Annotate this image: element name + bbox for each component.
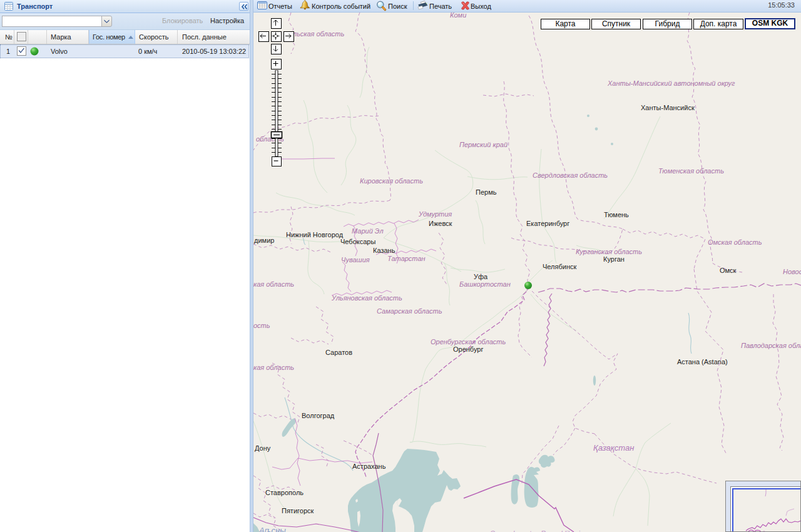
svg-text:Астрахань: Астрахань xyxy=(352,463,386,470)
svg-text:Аҧсны: Аҧсны xyxy=(258,526,286,532)
svg-text:Оренбург: Оренбург xyxy=(453,345,483,353)
svg-text:Тюменская область: Тюменская область xyxy=(658,167,724,175)
svg-text:Марий Эл: Марий Эл xyxy=(352,227,384,235)
svg-text:Чувашия: Чувашия xyxy=(341,256,370,263)
svg-text:Тюмень: Тюмень xyxy=(604,211,629,218)
svg-text:Кировская область: Кировская область xyxy=(360,177,423,185)
svg-text:Татарстан: Татарстан xyxy=(387,255,426,262)
svg-text:Оренбургская область: Оренбургская область xyxy=(431,338,506,345)
svg-text:ельская область: ельская область xyxy=(289,30,345,38)
svg-text:Дону: Дону xyxy=(255,444,271,452)
svg-text:Курганская область: Курганская область xyxy=(576,248,642,255)
svg-text:Башкортостан: Башкортостан xyxy=(459,280,511,288)
svg-text:кая область: кая область xyxy=(253,364,294,371)
svg-text:Нижний Новгород: Нижний Новгород xyxy=(286,231,344,238)
svg-text:Саратов: Саратов xyxy=(325,349,352,356)
svg-text:Новоси: Новоси xyxy=(783,268,801,275)
svg-text:Qaraqalpaqstan Respublikasi: Qaraqalpaqstan Respublikasi xyxy=(490,529,580,532)
svg-text:Астана (Astana): Астана (Astana) xyxy=(677,358,728,366)
svg-text:кая область: кая область xyxy=(253,280,294,288)
svg-text:Свердловская область: Свердловская область xyxy=(533,171,608,179)
svg-text:Ханты-Мансийский автономный ок: Ханты-Мансийский автономный округ xyxy=(607,79,735,87)
svg-text:Уфа: Уфа xyxy=(474,273,488,280)
svg-text:Пермь: Пермь xyxy=(476,188,497,196)
svg-text:Ханты-Мансийск: Ханты-Мансийск xyxy=(641,104,695,111)
svg-text:Курган: Курган xyxy=(603,255,625,263)
svg-text:Самарская область: Самарская область xyxy=(377,307,442,315)
svg-text:Чебоксары: Чебоксары xyxy=(340,238,375,245)
svg-text:Казань: Казань xyxy=(373,247,395,254)
svg-text:Ижевск: Ижевск xyxy=(429,220,452,227)
svg-text:Пятигорск: Пятигорск xyxy=(282,507,314,514)
svg-text:Волгоград: Волгоград xyxy=(302,412,335,419)
svg-text:Удмуртия: Удмуртия xyxy=(418,210,452,218)
svg-text:ость: ость xyxy=(253,322,270,329)
svg-text:димир: димир xyxy=(254,237,274,244)
svg-text:Қазақстан: Қазақстан xyxy=(593,443,634,453)
svg-text:Омск: Омск xyxy=(720,267,737,274)
svg-text:Ульяновская область: Ульяновская область xyxy=(331,294,402,302)
svg-text:Пермский край: Пермский край xyxy=(459,141,508,148)
svg-text:Павлодарская область: Павлодарская область xyxy=(741,342,801,349)
svg-text:Екатеринбург: Екатеринбург xyxy=(526,220,569,227)
svg-text:Омская область: Омская область xyxy=(708,238,762,246)
svg-text:Ставрополь: Ставрополь xyxy=(265,489,304,496)
svg-text:Челябинск: Челябинск xyxy=(543,263,576,270)
svg-text:Коми: Коми xyxy=(450,13,466,19)
